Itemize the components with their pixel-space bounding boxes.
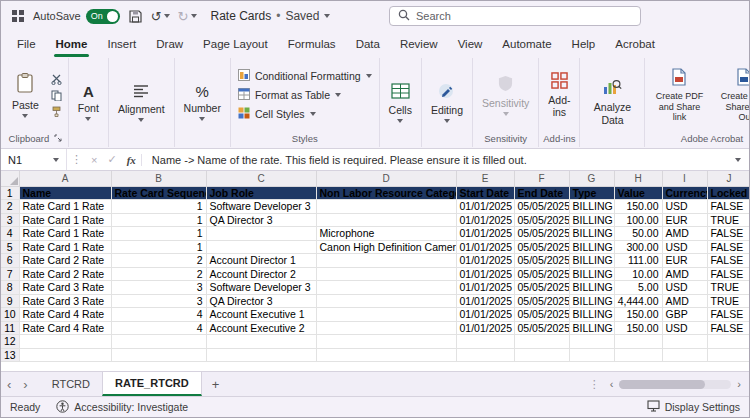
cell[interactable] <box>569 335 614 349</box>
row-header[interactable]: 3 <box>1 213 19 227</box>
cancel-icon[interactable]: × <box>86 154 102 166</box>
name-box[interactable]: N1 <box>1 149 67 170</box>
conditional-formatting-button[interactable]: Conditional Formatting <box>234 67 376 85</box>
add-sheet-button[interactable]: + <box>202 372 230 396</box>
row-header[interactable]: 7 <box>1 267 19 281</box>
cell[interactable]: Rate Card 1 Rate <box>19 213 111 227</box>
cell[interactable] <box>206 227 316 241</box>
cell[interactable]: 01/01/2025 <box>456 213 514 227</box>
cell[interactable]: 01/01/2025 <box>456 254 514 268</box>
editing-button[interactable]: Editing <box>425 59 469 146</box>
cell[interactable]: BILLING <box>569 281 614 295</box>
sheet-tab-rtcrd[interactable]: RTCRD <box>40 372 102 396</box>
scroll-left-icon[interactable]: ‹ <box>607 378 617 390</box>
cell[interactable]: Software Developer 3 <box>206 200 316 214</box>
cell[interactable]: 01/01/2025 <box>456 227 514 241</box>
row-header[interactable]: 13 <box>1 348 19 362</box>
cell[interactable] <box>316 348 456 362</box>
cell[interactable] <box>206 335 316 349</box>
cell[interactable] <box>206 240 316 254</box>
cell[interactable]: Account Executive 1 <box>206 308 316 322</box>
cell[interactable]: USD <box>662 240 707 254</box>
paste-button[interactable]: Paste <box>6 69 45 121</box>
cell[interactable]: 2 <box>111 254 206 268</box>
save-button[interactable] <box>128 9 143 24</box>
row-header[interactable]: 5 <box>1 240 19 254</box>
cell[interactable] <box>316 321 456 335</box>
cell[interactable]: 01/01/2025 <box>456 281 514 295</box>
cell[interactable] <box>456 348 514 362</box>
document-title[interactable]: Rate Cards • Saved <box>211 9 331 23</box>
cell[interactable]: BILLING <box>569 254 614 268</box>
cell[interactable]: Account Executive 2 <box>206 321 316 335</box>
cell[interactable]: 01/01/2025 <box>456 294 514 308</box>
cell[interactable]: Software Developer 3 <box>206 281 316 295</box>
addins-button[interactable]: Add-ins <box>542 69 576 121</box>
row-header[interactable]: 11 <box>1 321 19 335</box>
cell[interactable]: Job Role <box>206 186 316 200</box>
cell[interactable]: 05/05/2025 <box>514 240 569 254</box>
cell[interactable]: 05/05/2025 <box>514 227 569 241</box>
cell[interactable]: 150.00 <box>614 308 662 322</box>
dialog-launcher-icon[interactable] <box>54 133 62 144</box>
tab-acrobat[interactable]: Acrobat <box>605 31 665 57</box>
tab-automate[interactable]: Automate <box>492 31 561 57</box>
accessibility-status[interactable]: Accessibility: Investigate <box>56 400 188 415</box>
autosave-toggle[interactable]: On <box>86 9 120 24</box>
cell[interactable]: FALSE <box>707 240 749 254</box>
cell[interactable]: 1 <box>111 227 206 241</box>
cell[interactable]: 05/05/2025 <box>514 200 569 214</box>
cell[interactable] <box>111 348 206 362</box>
search-box[interactable]: Search <box>389 6 641 26</box>
cell[interactable] <box>316 200 456 214</box>
cell[interactable]: FALSE <box>707 227 749 241</box>
cell[interactable]: Rate Card 3 Rate <box>19 281 111 295</box>
cell[interactable]: USD <box>662 321 707 335</box>
cell[interactable] <box>19 335 111 349</box>
cell[interactable]: EUR <box>662 213 707 227</box>
cell[interactable]: Account Director 1 <box>206 254 316 268</box>
cell[interactable]: USD <box>662 281 707 295</box>
cell[interactable]: 100.00 <box>614 213 662 227</box>
cell[interactable]: 05/05/2025 <box>514 281 569 295</box>
cell[interactable]: 05/05/2025 <box>514 321 569 335</box>
cell[interactable] <box>456 335 514 349</box>
cell[interactable]: Canon High Definition Camera <box>316 240 456 254</box>
cell[interactable] <box>662 348 707 362</box>
cell[interactable]: Rate Card 1 Rate <box>19 240 111 254</box>
cell[interactable]: GBP <box>662 308 707 322</box>
cell[interactable]: Name <box>19 186 111 200</box>
cell-styles-button[interactable]: Cell Styles <box>234 105 320 123</box>
tab-formulas[interactable]: Formulas <box>278 31 346 57</box>
cell[interactable]: 300.00 <box>614 240 662 254</box>
select-all-corner[interactable] <box>1 171 19 186</box>
column-header-B[interactable]: B <box>111 171 206 186</box>
column-header-A[interactable]: A <box>19 171 111 186</box>
formula-bar-splitter[interactable]: ⋮ <box>67 153 86 166</box>
tab-insert[interactable]: Insert <box>97 31 146 57</box>
cell[interactable]: 3 <box>111 281 206 295</box>
column-header-I[interactable]: I <box>662 171 707 186</box>
row-header[interactable]: 4 <box>1 227 19 241</box>
scrollbar-thumb[interactable] <box>619 380 705 389</box>
cell[interactable]: 111.00 <box>614 254 662 268</box>
cell[interactable]: 5.00 <box>614 281 662 295</box>
cell[interactable]: TRUE <box>707 213 749 227</box>
row-header[interactable]: 10 <box>1 308 19 322</box>
cell[interactable]: 01/01/2025 <box>456 308 514 322</box>
cell[interactable]: BILLING <box>569 200 614 214</box>
cell[interactable] <box>662 335 707 349</box>
tab-review[interactable]: Review <box>390 31 448 57</box>
cell[interactable] <box>19 348 111 362</box>
autosave-control[interactable]: AutoSave On <box>33 9 120 24</box>
cell[interactable]: Currency <box>662 186 707 200</box>
cell[interactable]: TRUE <box>707 294 749 308</box>
tab-file[interactable]: File <box>7 31 46 57</box>
row-header[interactable]: 8 <box>1 281 19 295</box>
row-header[interactable]: 1 <box>1 186 19 200</box>
cell[interactable]: 2 <box>111 267 206 281</box>
cell[interactable]: 3 <box>111 294 206 308</box>
horizontal-scrollbar[interactable]: ⋮ ‹ › <box>585 372 749 396</box>
cell[interactable]: Rate Card 2 Rate <box>19 267 111 281</box>
cell[interactable]: BILLING <box>569 294 614 308</box>
